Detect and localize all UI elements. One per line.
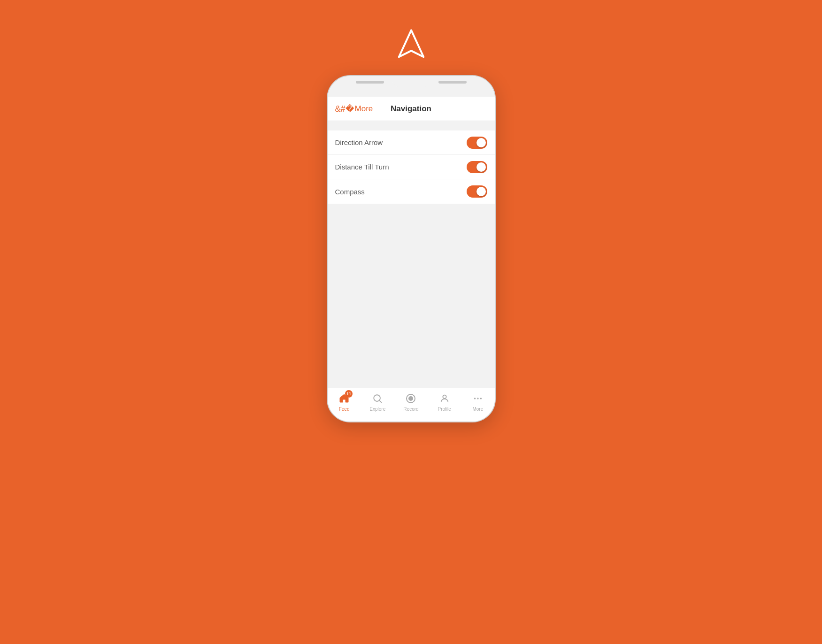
distance-till-turn-label: Distance Till Turn bbox=[335, 163, 389, 171]
settings-row-direction-arrow: Direction Arrow bbox=[328, 130, 495, 155]
page-wrapper: &#� More Navigation Direction Arrow bbox=[0, 0, 822, 644]
svg-point-6 bbox=[474, 398, 476, 399]
tab-record[interactable]: Record bbox=[398, 392, 424, 412]
page-title: Navigation bbox=[391, 104, 431, 114]
back-chevron-icon: &#� bbox=[335, 104, 354, 114]
distance-till-turn-toggle-thumb bbox=[476, 162, 486, 172]
tab-feed[interactable]: 11 Feed bbox=[331, 392, 357, 412]
notch-cutout bbox=[392, 76, 430, 87]
content-area: Direction Arrow Distance Till Turn bbox=[328, 121, 495, 388]
settings-row-compass: Compass bbox=[328, 179, 495, 204]
settings-group: Direction Arrow Distance Till Turn bbox=[328, 130, 495, 204]
tab-explore[interactable]: Explore bbox=[365, 392, 391, 412]
more-tab-icon bbox=[471, 392, 484, 405]
phone-inner: &#� More Navigation Direction Arrow bbox=[328, 97, 495, 422]
distance-till-turn-toggle[interactable] bbox=[467, 161, 487, 173]
phone-notch-bar bbox=[328, 76, 495, 97]
compass-toggle-thumb bbox=[476, 187, 486, 196]
settings-row-distance-till-turn: Distance Till Turn bbox=[328, 155, 495, 179]
svg-point-5 bbox=[443, 395, 446, 399]
feed-tab-label: Feed bbox=[339, 406, 350, 412]
logo-arrow-icon bbox=[395, 28, 428, 61]
section-spacer-top bbox=[328, 121, 495, 130]
direction-arrow-toggle-thumb bbox=[476, 138, 486, 147]
feed-badge: 11 bbox=[345, 390, 353, 398]
record-tab-label: Record bbox=[403, 406, 418, 412]
svg-marker-0 bbox=[399, 30, 423, 57]
more-tab-label: More bbox=[472, 406, 483, 412]
notch-pill-left bbox=[356, 81, 384, 84]
direction-arrow-toggle[interactable] bbox=[467, 137, 487, 149]
profile-tab-label: Profile bbox=[438, 406, 451, 412]
profile-tab-icon bbox=[438, 392, 451, 405]
compass-toggle[interactable] bbox=[467, 185, 487, 198]
phone-mockup: &#� More Navigation Direction Arrow bbox=[327, 75, 496, 422]
logo-area bbox=[395, 28, 428, 63]
svg-line-2 bbox=[379, 400, 381, 402]
svg-point-4 bbox=[408, 396, 413, 401]
direction-arrow-label: Direction Arrow bbox=[335, 138, 383, 146]
record-tab-icon bbox=[404, 392, 417, 405]
tab-profile[interactable]: Profile bbox=[431, 392, 457, 412]
svg-point-7 bbox=[477, 398, 478, 399]
compass-label: Compass bbox=[335, 188, 365, 196]
svg-point-8 bbox=[480, 398, 482, 399]
feed-tab-icon: 11 bbox=[338, 392, 351, 405]
content-body bbox=[328, 204, 495, 388]
notch-pill-right bbox=[438, 81, 467, 84]
explore-tab-label: Explore bbox=[369, 406, 385, 412]
tab-bar: 11 Feed Explore bbox=[328, 388, 495, 422]
tab-more[interactable]: More bbox=[465, 392, 491, 412]
back-label: More bbox=[355, 104, 373, 114]
nav-bar: &#� More Navigation bbox=[328, 97, 495, 121]
explore-tab-icon bbox=[371, 392, 384, 405]
back-button[interactable]: &#� More bbox=[335, 104, 373, 114]
